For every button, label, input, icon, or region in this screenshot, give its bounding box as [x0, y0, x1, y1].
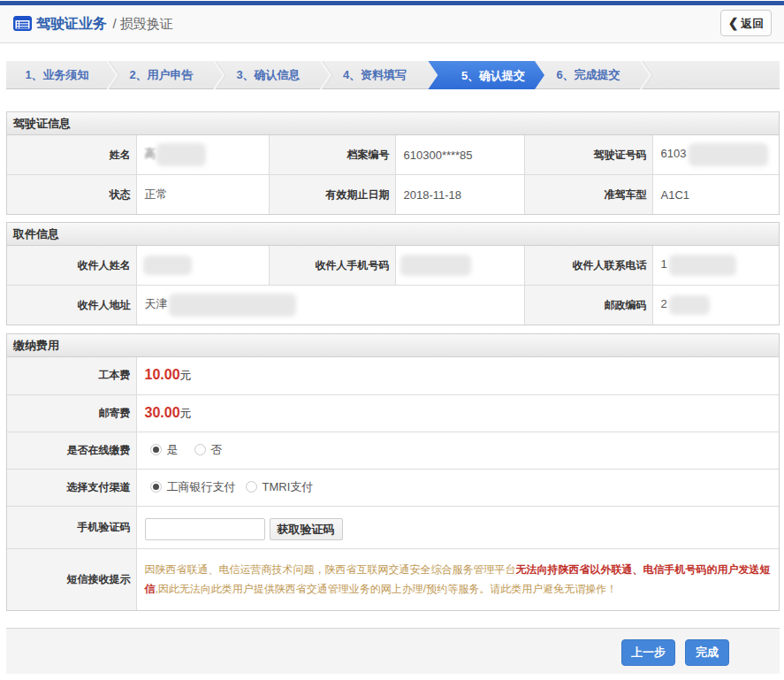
svg-text:5、确认提交: 5、确认提交: [461, 69, 525, 82]
